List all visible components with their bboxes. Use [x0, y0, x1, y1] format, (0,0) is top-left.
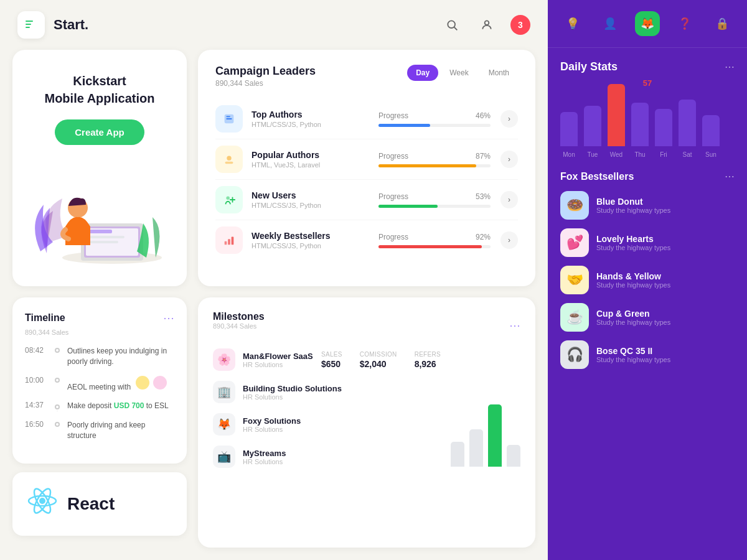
sidebar-top-icons: 💡 👤 🦊 ❓ 🔒: [548, 0, 747, 48]
header-left: Start.: [17, 11, 88, 39]
search-icon[interactable]: [441, 14, 463, 36]
milestones-bars: [451, 404, 520, 467]
fox-more-icon[interactable]: ⋯: [725, 170, 735, 182]
milestone-row-mystreams: 📺 MyStreams HR Solutions: [213, 441, 441, 473]
sidebar-lock-icon[interactable]: 🔒: [710, 11, 735, 36]
svg-point-17: [226, 197, 230, 200]
sidebar-user-icon[interactable]: 👤: [598, 11, 622, 36]
fox-bestsellers: Fox Bestsellers ⋯ 🍩 Blue Donut Study the…: [560, 170, 735, 369]
daily-stats-chart: 57 Mon Tue Wed Thu: [560, 83, 735, 158]
campaign-title: Campaign Leaders: [215, 65, 316, 78]
timeline-item-0842: 08:42 Outlines keep you indulging in poo…: [25, 346, 174, 367]
campaign-card: Campaign Leaders 890,344 Sales Day Week …: [198, 50, 535, 286]
svg-rect-20: [232, 237, 234, 245]
logo-text: Start.: [54, 17, 88, 33]
bar-wed: Wed: [608, 84, 625, 158]
kickstart-title: Kickstart Mobile Application: [44, 72, 154, 107]
right-sidebar: 💡 👤 🦊 ❓ 🔒 Daily Stats ⋯ 57 Mon Tue: [548, 0, 747, 560]
blue-donut-img: 🍩: [560, 191, 589, 220]
fox-bestsellers-title: Fox Bestsellers: [560, 171, 634, 182]
top-authors-icon: [215, 105, 243, 133]
daily-stats-title: Daily Stats: [560, 60, 618, 73]
milestones-header: Milestones 890,344 Sales ⋯: [213, 311, 520, 340]
sidebar-content: Daily Stats ⋯ 57 Mon Tue Wed: [548, 48, 747, 560]
bar-2: [469, 429, 483, 467]
sidebar-fox-icon[interactable]: 🦊: [635, 11, 660, 36]
svg-line-4: [454, 27, 458, 30]
svg-rect-16: [225, 162, 233, 164]
milestones-subtitle: 890,344 Sales: [213, 322, 265, 330]
bose-qc-info: Bose QC 35 II Study the highway types: [596, 346, 670, 363]
period-month-button[interactable]: Month: [480, 65, 518, 81]
notification-badge[interactable]: 3: [510, 15, 530, 35]
top-authors-arrow[interactable]: ›: [500, 110, 518, 128]
campaign-row-top-authors: Top Authors HTML/CSS/JS, Python Progress…: [215, 99, 518, 139]
user-icon[interactable]: [476, 14, 498, 36]
create-app-button[interactable]: Create App: [55, 119, 144, 145]
svg-rect-18: [225, 241, 227, 245]
campaign-row-new-users: New Users HTML/CSS/JS, Python Progress53…: [215, 180, 518, 220]
milestones-content: 🌸 Man&Flower SaaS HR Solutions Sales $65…: [213, 343, 520, 473]
manflower-icon: 🌸: [213, 348, 235, 371]
react-text: React: [67, 494, 115, 514]
milestone-row-building: 🏢 Building Studio Solutions HR Solutions: [213, 376, 441, 408]
svg-rect-12: [87, 241, 118, 243]
weekly-arrow[interactable]: ›: [500, 231, 518, 249]
period-day-button[interactable]: Day: [407, 65, 438, 81]
campaign-row-weekly: Weekly Bestsellers HTML/CSS/JS, Python P…: [215, 220, 518, 260]
period-buttons: Day Week Month: [407, 65, 518, 81]
hands-yellow-img: 🤝: [560, 266, 589, 294]
campaign-row-popular-authors: Popular Authors HTML, VueJS, Laravel Pro…: [215, 139, 518, 180]
bestseller-blue-donut: 🍩 Blue Donut Study the highway types: [560, 191, 735, 220]
weekly-icon: [215, 226, 243, 254]
fox-bestsellers-header: Fox Bestsellers ⋯: [560, 170, 735, 182]
new-users-progress: Progress53%: [378, 192, 491, 208]
popular-authors-arrow[interactable]: ›: [500, 151, 518, 168]
period-week-button[interactable]: Week: [441, 65, 477, 81]
milestones-title: Milestones: [213, 311, 265, 322]
new-users-info: New Users HTML/CSS/JS, Python: [251, 190, 378, 209]
bar-fri: Fri: [655, 109, 672, 158]
svg-rect-10: [87, 230, 112, 233]
building-icon: 🏢: [213, 381, 235, 403]
milestone-row-foxy: 🦊 Foxy Solutions HR Solutions: [213, 408, 441, 441]
daily-stats-more-icon[interactable]: ⋯: [725, 61, 735, 73]
timeline-item-1000: 10:00 AEOL meeting with: [25, 376, 174, 393]
svg-point-3: [448, 21, 455, 28]
hands-yellow-info: Hands & Yellow Study the highway types: [596, 271, 670, 289]
new-users-arrow[interactable]: ›: [500, 191, 518, 208]
top-authors-progress: Progress46%: [378, 111, 491, 127]
campaign-header: Campaign Leaders 890,344 Sales Day Week …: [215, 65, 518, 88]
sidebar-bulb-icon[interactable]: 💡: [560, 11, 585, 36]
popular-authors-progress: Progress87%: [378, 152, 491, 167]
bar-sat: Sat: [679, 100, 696, 158]
header: Start. 3: [0, 0, 548, 50]
react-logo-icon: [26, 485, 59, 523]
weekly-progress: Progress92%: [378, 233, 491, 248]
kickstart-card: Kickstart Mobile Application Create App: [12, 50, 187, 286]
kickstart-illustration: [31, 161, 168, 267]
manflower-info: Man&Flower SaaS HR Solutions: [243, 352, 321, 368]
manflower-stats: Sales $650 Comission $2,040 Refers 8,926: [321, 351, 441, 369]
bar-tue: Tue: [584, 106, 601, 158]
bose-qc-img: 🎧: [560, 340, 589, 369]
svg-point-5: [485, 21, 489, 25]
timeline-item-1650: 16:50 Poorly driving and keep structure: [25, 420, 174, 441]
bestseller-cup-green: ☕ Cup & Green Study the highway types: [560, 303, 735, 332]
lovely-hearts-info: Lovely Hearts Study the highway types: [596, 234, 670, 251]
blue-donut-info: Blue Donut Study the highway types: [596, 197, 670, 214]
foxy-icon: 🦊: [213, 413, 235, 436]
timeline-more-icon[interactable]: ⋯: [163, 311, 174, 325]
timeline-header: Timeline ⋯: [25, 311, 174, 325]
svg-point-15: [227, 156, 231, 161]
milestones-list: 🌸 Man&Flower SaaS HR Solutions Sales $65…: [213, 343, 441, 473]
foxy-info: Foxy Solutions HR Solutions: [243, 416, 441, 433]
sidebar-help-icon[interactable]: ❓: [672, 11, 697, 36]
timeline-card: Timeline ⋯ 890,344 Sales 08:42 Outlines …: [12, 297, 187, 464]
bar-chart: Mon Tue Wed Thu Fri: [560, 83, 735, 158]
bar-sun: Sun: [702, 115, 720, 158]
mystreams-icon: 📺: [213, 446, 235, 468]
milestones-more-icon[interactable]: ⋯: [509, 319, 520, 332]
weekly-info: Weekly Bestsellers HTML/CSS/JS, Python: [251, 231, 378, 250]
svg-rect-0: [26, 21, 33, 22]
